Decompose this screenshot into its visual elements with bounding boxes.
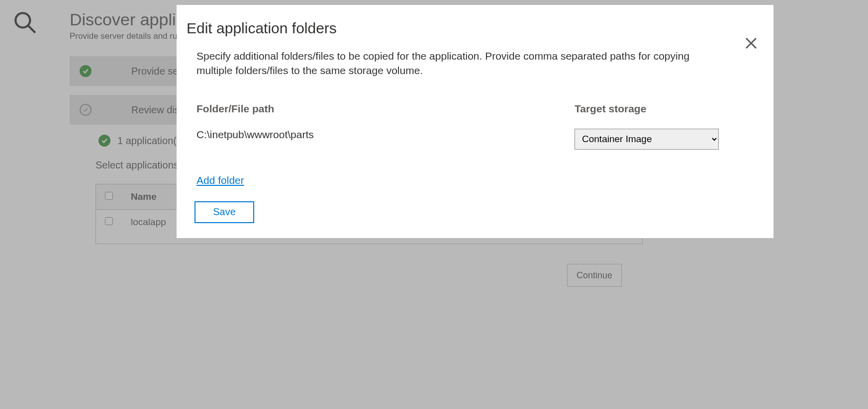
save-button[interactable]: Save [194, 201, 254, 223]
target-storage-header: Target storage [575, 103, 734, 115]
folder-path-header: Folder/File path [196, 103, 505, 115]
modal-description: Specify additional folders/files to be c… [187, 49, 724, 78]
add-folder-link[interactable]: Add folder [196, 174, 244, 186]
target-storage-select[interactable]: Container Image [575, 129, 719, 150]
close-icon[interactable] [744, 36, 759, 51]
modal-overlay: Edit application folders Specify additio… [0, 0, 868, 409]
edit-application-folders-modal: Edit application folders Specify additio… [177, 5, 773, 238]
modal-title: Edit application folders [187, 20, 754, 37]
folder-path-value: C:\inetpub\wwwroot\parts [196, 129, 505, 141]
